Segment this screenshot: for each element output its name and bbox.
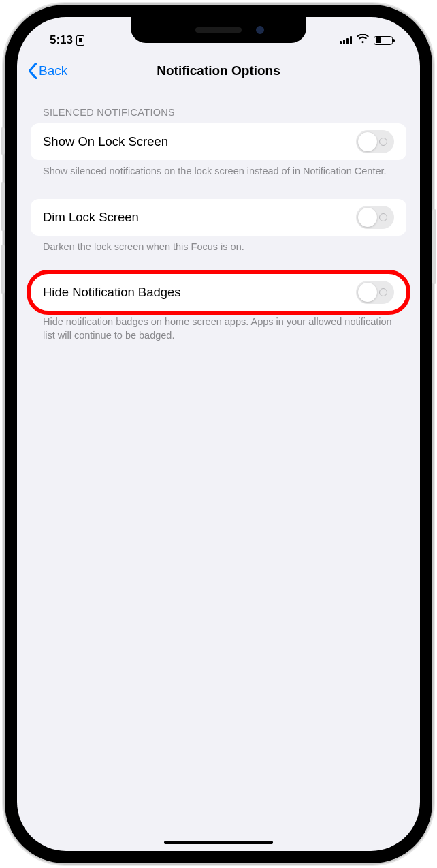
volume-down-button [1, 245, 5, 294]
page-title: Notification Options [157, 63, 280, 78]
section-footer: Darken the lock screen when this Focus i… [31, 236, 406, 254]
back-button[interactable]: Back [24, 63, 67, 79]
section-header: SILENCED NOTIFICATIONS [31, 107, 406, 123]
back-label: Back [39, 63, 67, 78]
front-camera [256, 26, 264, 34]
section-footer: Hide notification badges on home screen … [31, 311, 406, 342]
row-label: Hide Notification Badges [43, 285, 181, 300]
row-dim-lock-screen[interactable]: Dim Lock Screen [31, 199, 406, 236]
speaker-grille [195, 27, 242, 33]
section-silenced-notifications: SILENCED NOTIFICATIONS Show On Lock Scre… [31, 107, 406, 179]
phone-frame: 5:13 Back Notification Options SILENCED … [5, 5, 432, 863]
chevron-left-icon [28, 63, 37, 79]
power-button [432, 209, 436, 284]
row-show-on-lock-screen[interactable]: Show On Lock Screen [31, 123, 406, 160]
row-hide-notification-badges[interactable]: Hide Notification Badges [31, 274, 406, 311]
row-label: Show On Lock Screen [43, 134, 168, 149]
sim-icon [76, 35, 84, 46]
status-right [340, 33, 398, 47]
volume-up-button [1, 182, 5, 231]
wifi-icon [357, 33, 369, 47]
navigation-bar: Back Notification Options [17, 54, 420, 88]
toggle-dim-lock-screen[interactable] [356, 206, 394, 229]
toggle-show-on-lock-screen[interactable] [356, 130, 394, 153]
status-left: 5:13 [40, 33, 84, 47]
section-dim-lock-screen: Dim Lock Screen Darken the lock screen w… [31, 199, 406, 254]
home-indicator[interactable] [164, 841, 273, 844]
status-time: 5:13 [50, 33, 73, 47]
notch [131, 17, 306, 43]
battery-icon [374, 36, 393, 45]
cellular-signal-icon [340, 36, 353, 44]
mute-switch [1, 127, 5, 155]
screen: 5:13 Back Notification Options SILENCED … [17, 17, 420, 851]
toggle-hide-notification-badges[interactable] [356, 281, 394, 304]
row-label: Dim Lock Screen [43, 210, 139, 225]
content[interactable]: SILENCED NOTIFICATIONS Show On Lock Scre… [17, 88, 420, 342]
section-footer: Show silenced notifications on the lock … [31, 160, 406, 179]
section-hide-notification-badges: Hide Notification Badges Hide notificati… [31, 274, 406, 342]
